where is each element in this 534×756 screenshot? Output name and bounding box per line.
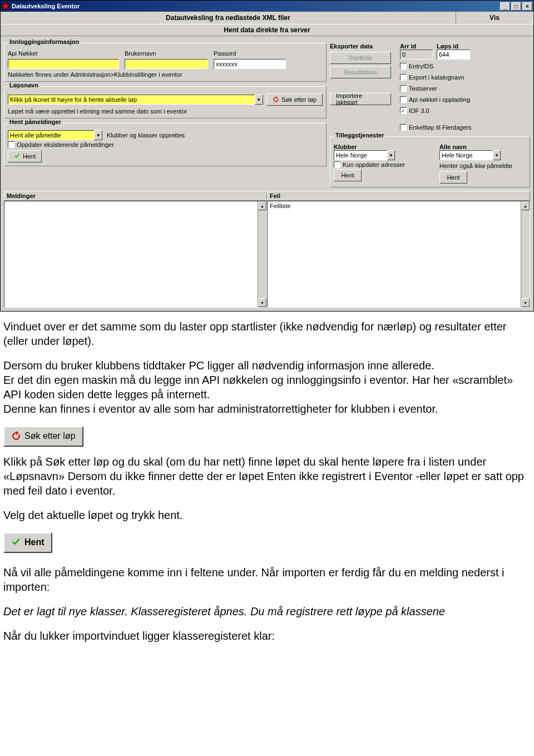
checkbox-icon[interactable] (400, 85, 407, 92)
legend-tillegg: Tilleggstjenester (334, 132, 385, 139)
panes: Meldinger ▲ ▼ Feil Feilliste ▲ ▼ (4, 191, 530, 308)
scrollbar[interactable]: ▲ ▼ (521, 201, 530, 307)
dropdown-lopsnavn[interactable]: ▼ (8, 95, 263, 105)
label-eksporter-data: Eksporter data (330, 43, 397, 50)
doc-para-5: Klikk på Søk etter løp og du skal (om du… (3, 454, 531, 498)
button-importer-jaktstart[interactable]: Importere jaktstart (330, 93, 391, 105)
button-resultatliste[interactable]: Resultatliste (330, 66, 391, 78)
checkbox-icon[interactable] (400, 74, 407, 81)
scroll-up-icon[interactable]: ▲ (258, 201, 266, 210)
doc-para-1: Vinduet over er det samme som du laster … (3, 319, 531, 348)
app-icon (2, 2, 9, 10)
group-lopsnavn: Løpsnavn ▼ Søk etter løp L (4, 86, 327, 118)
maximize-button[interactable]: □ (511, 2, 521, 11)
button-hent-klubber[interactable]: Hent (334, 169, 362, 181)
label-inline-hent: Hent (24, 537, 44, 549)
dropdown-klubber[interactable]: ▼ (334, 150, 395, 160)
titlebar[interactable]: Datautveksling Eventor _ □ × (1, 1, 533, 12)
label-arr-id: Arr id (400, 43, 433, 50)
label-export-katalog: Export i katalognavn (409, 74, 464, 81)
menu-xml-files[interactable]: Datautveksling fra nedlastede XML filer (1, 12, 456, 24)
checkbox-icon[interactable] (400, 96, 407, 103)
pane-meldinger[interactable]: ▲ ▼ (4, 201, 267, 308)
label-hent: Hent (23, 153, 36, 160)
button-hent-navn[interactable]: Hent (439, 171, 467, 184)
chevron-down-icon[interactable]: ▼ (387, 150, 395, 160)
input-password[interactable] (214, 59, 286, 69)
legend-login: Innloggingsinformasjon (8, 38, 81, 45)
minimize-button[interactable]: _ (500, 2, 510, 11)
checkbox-kun-adresser[interactable]: Kun oppdater adresser (334, 161, 417, 168)
input-lops-id[interactable] (437, 50, 470, 60)
input-pameldte[interactable] (8, 130, 94, 140)
checkbox-iof30[interactable]: ✓ IOF 3.0 (400, 107, 530, 114)
checkbox-icon[interactable] (400, 63, 407, 70)
label-password: Passord (214, 50, 286, 57)
chevron-down-icon[interactable]: ▼ (94, 130, 102, 140)
header-meldinger: Meldinger (4, 191, 267, 201)
close-button[interactable]: × (522, 2, 532, 11)
menu-vis[interactable]: Vis (456, 12, 533, 24)
button-hent-pameldinger[interactable]: Hent (8, 150, 42, 162)
pane-feil[interactable]: Feilliste ▲ ▼ (267, 201, 530, 308)
doc-para-2: Dersom du bruker klubbens tiddtaker PC l… (3, 359, 434, 372)
dropdown-alle-navn[interactable]: ▼ (439, 150, 501, 160)
group-tillegg: Tilleggstjenester Klubber ▼ Kun oppdater… (330, 136, 530, 187)
lopsnavn-note: Løpet må være opprettet i etiming med sa… (8, 108, 323, 115)
inline-button-hent: Hent (3, 532, 52, 553)
dropdown-pameldte[interactable]: ▼ (8, 130, 102, 140)
checkbox-icon[interactable] (8, 141, 14, 148)
chevron-down-icon[interactable]: ▼ (255, 95, 264, 105)
label-sok-etter-lop: Søk etter løp (281, 96, 317, 103)
doc-para-4: Denne kan finnes i eventor av alle som h… (3, 403, 438, 415)
label-klubber: Klubber (334, 144, 417, 150)
scroll-down-icon[interactable]: ▼ (258, 298, 266, 307)
window-title: Datautveksling Eventor (12, 3, 80, 9)
label-oppdater-eksisterende: Oppdater eksisterende påmeldinger (17, 141, 114, 148)
checkbox-enkeltlop[interactable]: Enkeltløp til Flerdagers (400, 124, 530, 131)
chevron-down-icon[interactable]: ▼ (493, 150, 501, 160)
label-alle-navn: Alle navn (439, 144, 523, 150)
scroll-down-icon[interactable]: ▼ (521, 298, 530, 307)
input-username[interactable] (125, 59, 208, 69)
check-icon (11, 537, 21, 547)
checkbox-icon[interactable]: ✓ (400, 107, 407, 114)
legend-pameldinger: Hent påmeldinger (8, 118, 63, 125)
doc-para-3: Er det din egen maskin må du legge inn A… (3, 374, 513, 401)
label-api-key: Api Nøkkel (8, 50, 119, 57)
label-lops-id: Løps id (437, 43, 470, 50)
app-window: Datautveksling Eventor _ □ × Datautveksl… (0, 0, 534, 312)
label-iof30: IOF 3.0 (409, 107, 429, 114)
input-api-key[interactable] (8, 59, 119, 69)
doc-para-8: Det er lagt til nye klasser. Klasseregis… (3, 604, 531, 619)
checkbox-entryids[interactable]: EntryIDS (400, 63, 530, 70)
client-area: Innloggingsinformasjon Api Nøkkel Bruker… (1, 36, 533, 311)
scrollbar[interactable]: ▲ ▼ (258, 201, 266, 307)
input-arr-id[interactable] (400, 50, 433, 60)
input-klubber[interactable] (334, 150, 387, 160)
checkbox-api-opplasting[interactable]: Api nøkkel i opplasting (400, 96, 530, 103)
group-pameldinger: Hent påmeldinger ▼ Klubber og klasser op… (4, 123, 327, 166)
checkbox-testserver[interactable]: Testserver (400, 85, 530, 92)
login-note: Nøkkelen finnes under Administrasjon>Klu… (8, 71, 323, 78)
scroll-up-icon[interactable]: ▲ (521, 201, 530, 210)
checkbox-export-katalog[interactable]: Export i katalognavn (400, 74, 530, 81)
label-api-opplasting: Api nøkkel i opplasting (409, 96, 470, 103)
input-alle-navn[interactable] (439, 150, 493, 160)
input-lopsnavn[interactable] (8, 95, 255, 105)
checkbox-icon[interactable] (334, 161, 340, 168)
info-klubber-klasser: Klubber og klasser opprettes (107, 132, 185, 139)
button-startliste[interactable]: Startliste (330, 52, 391, 64)
checkbox-icon[interactable] (400, 124, 407, 131)
menubar: Datautveksling fra nedlastede XML filer … (1, 12, 533, 24)
document-body: Vinduet over er det samme som du laster … (0, 312, 534, 664)
button-sok-etter-lop[interactable]: Søk etter løp (266, 93, 323, 106)
feilliste-header: Feilliste (270, 202, 290, 209)
label-enkeltlop: Enkeltløp til Flerdagers (409, 124, 472, 131)
group-login: Innloggingsinformasjon Api Nøkkel Bruker… (4, 43, 327, 82)
note-alle-navn: Henter også ikke påmeldte (439, 162, 523, 169)
label-entryids: EntryIDS (409, 63, 433, 70)
label-testserver: Testserver (409, 85, 437, 92)
label-inline-sok: Søk etter løp (24, 431, 76, 442)
checkbox-oppdater-eksisterende[interactable]: Oppdater eksisterende påmeldinger (8, 141, 323, 148)
